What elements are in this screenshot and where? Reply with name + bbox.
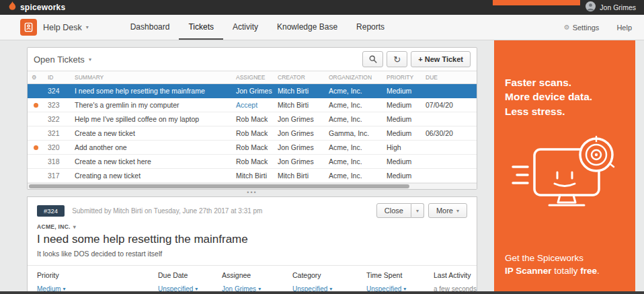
ad-banner-edge (493, 0, 580, 5)
avatar (586, 1, 596, 14)
field-label: Assignee (222, 271, 292, 279)
organization-dropdown[interactable]: ACME, INC. ▾ (37, 223, 467, 230)
ad-headline-line: More device data. (505, 89, 625, 104)
cell-summary: Creating a new ticket (71, 169, 232, 183)
cell-assignee: Mitch Birti (232, 169, 274, 183)
tickets-panel-header: Open Tickets ▾ ↻ + New Ticket (28, 48, 477, 71)
spiceworks-brand[interactable]: spiceworks (8, 1, 65, 13)
spiceworks-logo-icon (8, 1, 17, 13)
settings-label: Settings (573, 24, 600, 32)
ticket-row-322[interactable]: 322Help me I've spilled coffee on my lap… (28, 112, 477, 126)
unread-indicator (34, 117, 38, 122)
user-menu[interactable]: Jon Grimes (586, 1, 636, 14)
ad-panel[interactable]: Faster scans. More device data. Less str… (494, 40, 635, 294)
nav-tab-activity[interactable]: Activity (223, 15, 268, 40)
columns-settings-icon[interactable]: ⚙ (32, 74, 37, 81)
nav-utilities: ⚙ Settings Help (564, 24, 632, 32)
submitted-text: Submitted by Mitch Birti on Tuesday, Jun… (72, 207, 262, 215)
search-icon (369, 55, 377, 63)
cell-id: 322 (44, 112, 71, 126)
nav-tab-dashboard[interactable]: Dashboard (121, 15, 179, 40)
cell-due (421, 155, 459, 169)
column-header-id[interactable]: ID (44, 71, 71, 84)
chevron-down-icon: ▾ (456, 208, 459, 214)
chevron-down-icon: ▾ (89, 57, 91, 63)
cell-id: 324 (44, 84, 71, 98)
cell-due: 07/04/20 (421, 98, 459, 112)
nav-tab-tickets[interactable]: Tickets (179, 15, 223, 40)
cell-organization: Acme, Inc. (325, 169, 383, 183)
ticket-row-323[interactable]: 323There's a gremlin in my computerAccep… (28, 98, 477, 112)
organization-label: ACME, INC. (37, 223, 71, 230)
ad-headline: Faster scans. More device data. Less str… (505, 75, 625, 118)
cell-creator: Jon Grimes (274, 141, 325, 155)
help-desk-icon[interactable] (20, 19, 37, 36)
column-header-creator[interactable]: CREATOR (274, 71, 325, 84)
column-header-assignee[interactable]: ASSIGNEE (232, 71, 274, 84)
column-header-summary[interactable]: SUMMARY (71, 71, 232, 84)
horizontal-scrollbar[interactable] (28, 183, 477, 189)
settings-link[interactable]: ⚙ Settings (564, 24, 600, 32)
ticket-row-318[interactable]: 318Create a new ticket hereRob MackJon G… (28, 155, 477, 169)
ticket-row-321[interactable]: 321Create a new ticketRob MackJon Grimes… (28, 126, 477, 141)
field-label: Time Spent (366, 271, 434, 279)
ticket-row-324[interactable]: 324I need some help resetting the mainfr… (28, 84, 477, 98)
ad-footer: Get the Spiceworks IP Scanner totally fr… (505, 252, 629, 278)
field-label: Priority (37, 271, 158, 279)
unread-indicator (34, 89, 38, 94)
close-options-button[interactable]: ▾ (411, 203, 424, 218)
spiceworks-helpdesk-screen: spiceworks Jon Grimes Help Desk ▾ Dashbo… (0, 0, 644, 294)
field-category: CategoryUnspecified ▾ (292, 271, 366, 294)
column-header-due[interactable]: DUE (421, 71, 459, 84)
ticket-title: I need some help resetting the mainframe (37, 233, 467, 246)
refresh-button[interactable]: ↻ (387, 51, 407, 67)
search-button[interactable] (362, 51, 383, 67)
cell-assignee: Rob Mack (232, 155, 274, 169)
ad-headline-line: Less stress. (505, 104, 625, 118)
ticket-detail-panel: #324 Submitted by Mitch Birti on Tuesday… (27, 196, 477, 294)
cell-organization: Acme, Inc. (325, 98, 383, 112)
app-switcher[interactable]: Help Desk ▾ (43, 23, 89, 32)
cell-id: 318 (44, 155, 71, 169)
table-header-row: ⚙ IDSUMMARYASSIGNEECREATORORGANIZATIONPR… (28, 71, 477, 84)
cell-summary: Help me I've spilled coffee on my laptop (71, 112, 232, 126)
cell-creator: Mitch Birti (274, 84, 325, 98)
panel-resize-handle[interactable]: ••• (27, 189, 477, 196)
cell-organization: Acme, Inc. (325, 112, 383, 126)
column-header-priority[interactable]: PRIORITY (383, 71, 421, 84)
field-due-date: Due DateUnspecified ▾ (158, 271, 222, 294)
field-assignee: AssigneeJon Grimes ▾ (222, 271, 292, 294)
new-ticket-button[interactable]: + New Ticket (411, 51, 471, 67)
window-bottom-edge (0, 291, 644, 294)
ticket-row-317[interactable]: 317Creating a new ticketMitch BirtiMitch… (28, 169, 477, 183)
open-tickets-filter-dropdown[interactable]: Open Tickets ▾ (34, 54, 91, 65)
cell-assignee: Rob Mack (232, 126, 274, 141)
ad-footer-line2: IP Scanner totally free. (505, 264, 629, 278)
cell-due (421, 141, 459, 155)
nav-tab-knowledge-base[interactable]: Knowledge Base (268, 15, 347, 40)
unread-indicator (34, 174, 38, 178)
scrollbar-thumb[interactable] (29, 184, 409, 188)
cell-priority: Medium (383, 98, 421, 112)
more-button[interactable]: More ▾ (428, 203, 467, 218)
tickets-table: ⚙ IDSUMMARYASSIGNEECREATORORGANIZATIONPR… (28, 71, 477, 183)
close-ticket-button[interactable]: Close (376, 203, 411, 218)
app-switcher-label: Help Desk (43, 23, 82, 32)
cell-priority: Medium (383, 169, 421, 183)
cell-due (421, 84, 459, 98)
column-header-organization[interactable]: ORGANIZATION (325, 71, 383, 84)
navbar: Help Desk ▾ DashboardTicketsActivityKnow… (0, 15, 644, 40)
cell-assignee[interactable]: Accept (232, 98, 274, 112)
cell-organization: Acme, Inc. (325, 84, 383, 98)
unread-indicator (34, 103, 38, 108)
help-label: Help (616, 24, 632, 32)
help-link[interactable]: Help (616, 24, 632, 32)
nav-tab-reports[interactable]: Reports (347, 15, 394, 40)
cell-creator: Jon Grimes (274, 112, 325, 126)
cell-assignee: Rob Mack (232, 141, 274, 155)
cell-id: 323 (44, 98, 71, 112)
cell-summary: Create a new ticket here (71, 155, 232, 169)
ticket-row-320[interactable]: 320Add another oneRob MackJon GrimesAcme… (28, 141, 477, 155)
tickets-panel: Open Tickets ▾ ↻ + New Ticket (27, 47, 477, 190)
cell-creator: Jon Grimes (274, 155, 325, 169)
